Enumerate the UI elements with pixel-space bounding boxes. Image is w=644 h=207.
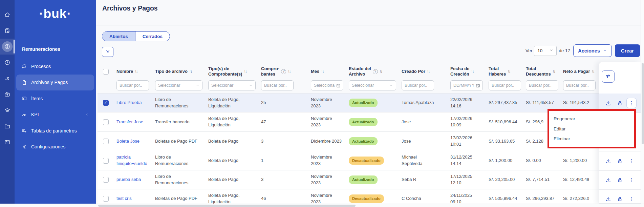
company-cabinet-icon[interactable] <box>0 134 15 150</box>
payroll-coin-icon[interactable] <box>0 39 15 55</box>
column-header-nombre[interactable]: Nombre↑↓ <box>114 63 152 80</box>
column-header-mes[interactable]: Mes↑↓ <box>308 63 346 80</box>
filter-creadopor[interactable] <box>402 80 434 90</box>
file-name-link[interactable]: prueba seba <box>116 177 141 183</box>
kebab-menu-icon[interactable] <box>626 175 637 185</box>
context-menu-item-editar[interactable]: Editar <box>549 126 634 131</box>
filter-tipocomprobantes[interactable]: Seleccionar <box>208 80 256 90</box>
column-header-estado[interactable]: Estado del Archivo?↑↓ <box>346 63 399 80</box>
sort-icon[interactable]: ↑↓ <box>427 69 430 74</box>
filter-totaldescuentos[interactable] <box>526 80 558 90</box>
row-checkbox[interactable] <box>103 158 109 164</box>
kebab-menu-icon[interactable] <box>626 98 637 108</box>
crear-button[interactable]: Crear <box>615 44 640 57</box>
tab-cerrados[interactable]: Cerrados <box>135 32 170 41</box>
horizontal-scrollbar-thumb[interactable] <box>98 205 356 207</box>
column-header-totalhaberes[interactable]: Total Haberes↑↓ <box>486 63 523 80</box>
download-icon[interactable] <box>603 194 614 204</box>
row-checkbox[interactable] <box>103 119 109 125</box>
context-menu-item-eliminar[interactable]: Eliminar <box>549 136 634 141</box>
lock-icon[interactable] <box>615 194 625 204</box>
row-checkbox[interactable]: ✓ <box>103 100 109 106</box>
file-name-link[interactable]: Transfer Jose <box>116 119 143 125</box>
download-icon[interactable] <box>603 98 614 108</box>
tab-abiertos[interactable]: Abiertos <box>102 32 135 41</box>
context-menu-item-regenerar[interactable]: Regenerar <box>549 116 634 121</box>
sort-icon[interactable]: ↑↓ <box>135 69 137 74</box>
column-header-creadopor[interactable]: Creado Por↑↓ <box>399 63 448 80</box>
filter-button[interactable] <box>102 47 113 57</box>
kebab-menu-icon[interactable] <box>626 156 637 166</box>
clipboard-tasks-icon[interactable] <box>0 23 15 39</box>
sidebar-item-items[interactable]: Ítems <box>16 90 94 107</box>
sort-icon[interactable]: ↑↓ <box>471 69 474 74</box>
column-header-totaldescuentos[interactable]: Total Descuentos↑↓ <box>523 63 560 80</box>
acciones-button[interactable]: Acciones <box>573 44 612 57</box>
horizontal-scrollbar[interactable] <box>0 204 644 207</box>
filter-totalhaberes[interactable] <box>489 80 521 90</box>
sort-icon[interactable]: ↑↓ <box>553 69 555 74</box>
page-size-select[interactable]: 10 <box>534 46 557 56</box>
file-name-link[interactable]: Boleta Jose <box>116 138 139 145</box>
column-header-fechacreacion[interactable]: Fecha de Creación↑↓ <box>448 63 486 80</box>
column-header-tipocomprobantes[interactable]: Tipo(s) de Comprobante(s)↑↓ <box>206 63 258 80</box>
cell-totalhaberes: S/. 297,437.85 <box>486 94 523 112</box>
filter-mes[interactable]: Seleccionar <box>311 80 343 90</box>
column-header-tipoarchivo[interactable]: Tipo de archivo↑↓ <box>152 63 206 80</box>
kebab-menu-icon[interactable] <box>626 194 637 204</box>
cell-creadopor: Seba R <box>399 170 448 189</box>
vertical-scrollbar[interactable] <box>641 0 644 207</box>
briefcase-icon[interactable] <box>0 86 15 102</box>
sort-icon[interactable]: ↑↓ <box>321 69 324 74</box>
sidebar-item-procesos[interactable]: Procesos <box>16 58 94 75</box>
help-icon[interactable]: ? <box>281 69 286 74</box>
file-name-link[interactable]: patricia finiquito+sueldo <box>116 154 147 167</box>
home-icon[interactable] <box>0 7 15 23</box>
sidebar-item-tablas-de-parametros[interactable]: Tablas de parámetros <box>16 123 94 139</box>
column-header-netoapagar[interactable]: Neto a Pagar↑↓ <box>560 63 601 80</box>
sort-icon[interactable]: ↑↓ <box>189 69 192 74</box>
filter-fechacreacion[interactable]: DD/MM/YYYY <box>450 80 483 90</box>
filter-tipoarchivo[interactable]: Seleccionar <box>155 80 202 90</box>
sort-icon[interactable]: ↑↓ <box>244 69 246 74</box>
file-icon <box>21 80 27 85</box>
lock-icon[interactable] <box>615 175 625 185</box>
download-icon[interactable] <box>603 156 614 166</box>
filter-comprobantes[interactable] <box>261 80 294 90</box>
education-cap-icon[interactable] <box>0 102 15 118</box>
column-header-comprobantes[interactable]: Compro- bantes?↑↓ <box>258 63 308 80</box>
lock-icon[interactable] <box>615 98 625 108</box>
calendar-icon[interactable] <box>336 83 341 88</box>
sort-icon[interactable]: ↑↓ <box>380 69 382 74</box>
documents-folder-icon[interactable] <box>0 118 15 134</box>
help-icon[interactable]: ? <box>373 69 378 74</box>
row-checkbox[interactable] <box>103 196 109 202</box>
download-icon[interactable] <box>603 175 614 185</box>
chevron-left-icon[interactable] <box>84 112 89 117</box>
calendar-icon[interactable] <box>475 83 480 88</box>
file-name-link[interactable]: test cris <box>116 195 132 202</box>
filter-nombre[interactable] <box>116 80 149 90</box>
sort-icon[interactable]: ↑↓ <box>288 69 291 74</box>
sort-icon[interactable]: ↑↓ <box>508 69 510 74</box>
column-settings-button[interactable] <box>602 70 615 83</box>
lock-icon[interactable] <box>615 156 625 166</box>
row-checkbox[interactable] <box>103 177 109 183</box>
sidebar-item-configuraciones[interactable]: Configuraciones <box>16 139 94 155</box>
history-clock-icon[interactable] <box>0 55 15 70</box>
file-name-link[interactable]: Libro Prueba <box>116 100 142 106</box>
table-toolbar: Ver 10 de 17 Acciones Crear <box>525 44 640 57</box>
vertical-scrollbar-thumb[interactable] <box>642 63 644 144</box>
sidebar-item-archivos-y-pagos[interactable]: Archivos y Pagos <box>16 75 94 91</box>
cell-netoapagar: S/. 1,200.00 <box>560 151 601 170</box>
sidebar-item-label: Archivos y Pagos <box>31 80 68 85</box>
sort-icon[interactable]: ↑↓ <box>592 69 594 74</box>
filter-estado[interactable]: Seleccionar <box>349 80 396 90</box>
filter-netoapagar[interactable] <box>563 80 596 90</box>
row-checkbox[interactable] <box>103 139 109 144</box>
cell-tipoarchivo: Boletas de Pago PDF <box>152 132 206 151</box>
benefits-hand-heart-icon[interactable] <box>0 70 15 86</box>
select-all-checkbox[interactable] <box>103 69 109 75</box>
sidebar-item-kpi[interactable]: KPI <box>16 107 94 123</box>
home-icon <box>4 12 10 18</box>
